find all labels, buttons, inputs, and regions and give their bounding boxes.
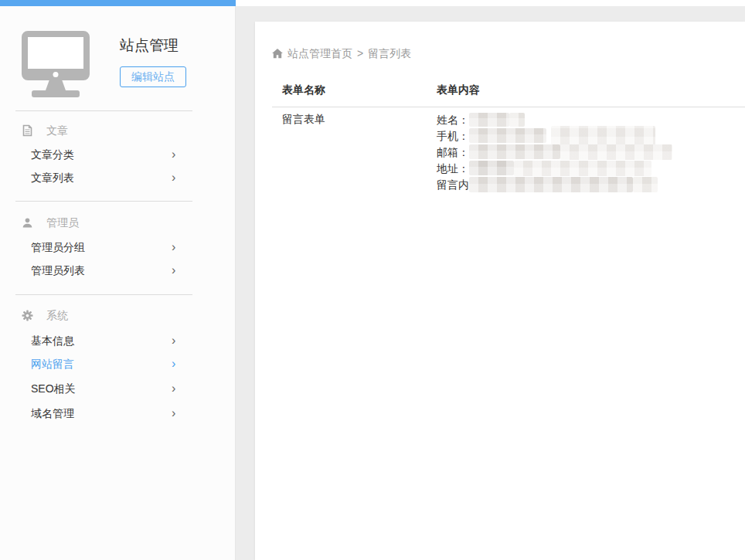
sidebar-section-system: 系统 <box>22 307 68 323</box>
chevron-right-icon: › <box>172 239 175 254</box>
field-label: 手机： <box>437 130 469 142</box>
field-line-message: 留言内 <box>437 177 672 193</box>
sidebar-item-site-messages[interactable]: 网站留言 › <box>31 356 193 372</box>
field-label: 姓名： <box>437 114 469 126</box>
redacted-value <box>560 144 672 160</box>
monitor-icon <box>22 29 90 100</box>
main-area: 站点管理首页>留言列表 表单名称 表单内容 留言表单 姓名： 手机： 邮箱： 地… <box>236 6 745 560</box>
chevron-right-icon: › <box>172 356 175 371</box>
redacted-value <box>469 161 514 175</box>
sidebar-item-label: 网站留言 <box>31 358 74 370</box>
sidebar-section-admin: 管理员 <box>22 215 79 230</box>
sidebar-item-label: 管理员列表 <box>31 264 85 277</box>
redacted-value <box>514 161 651 176</box>
admin-icon <box>22 217 33 232</box>
divider <box>15 201 192 202</box>
sidebar-item-basic-info[interactable]: 基本信息 › <box>31 333 193 348</box>
sidebar: 站点管理 编辑站点 文章 文章分类 › 文章列表 › 管理员 管理员分组 › 管… <box>0 6 236 560</box>
sidebar-item-admin-group[interactable]: 管理员分组 › <box>31 239 193 255</box>
table-header-form-content: 表单内容 <box>437 83 480 97</box>
sidebar-item-label: 域名管理 <box>31 407 74 419</box>
sidebar-item-article-list[interactable]: 文章列表 › <box>31 170 193 185</box>
redacted-value <box>633 177 658 192</box>
divider <box>15 294 192 295</box>
redacted-value <box>469 177 633 192</box>
edit-site-button[interactable]: 编辑站点 <box>120 66 186 87</box>
redacted-value <box>509 113 525 127</box>
chevron-right-icon: › <box>172 147 175 161</box>
redacted-value <box>551 126 655 145</box>
breadcrumb-home-link[interactable]: 站点管理首页 <box>287 47 352 59</box>
field-line-email: 邮箱： <box>437 144 672 161</box>
home-icon <box>272 49 283 59</box>
sidebar-item-label: SEO相关 <box>31 382 76 395</box>
sidebar-item-label: 基本信息 <box>31 334 74 347</box>
page-title: 站点管理 <box>120 36 179 56</box>
field-line-phone: 手机： <box>437 128 672 144</box>
content-panel: 站点管理首页>留言列表 表单名称 表单内容 留言表单 姓名： 手机： 邮箱： 地… <box>255 22 745 560</box>
redacted-value <box>469 113 509 127</box>
sidebar-section-label: 文章 <box>46 124 68 137</box>
topbar-accent <box>0 0 236 6</box>
field-label: 邮箱： <box>437 146 469 158</box>
sidebar-section-label: 系统 <box>46 309 68 321</box>
table-header-form-name: 表单名称 <box>282 83 325 97</box>
chevron-right-icon: › <box>172 263 175 277</box>
field-line-address: 地址： <box>437 161 672 177</box>
table-row-content: 姓名： 手机： 邮箱： 地址： 留言内 <box>437 112 672 193</box>
field-label: 留言内 <box>437 178 469 191</box>
redacted-value <box>469 144 560 159</box>
chevron-right-icon: › <box>172 170 175 185</box>
sidebar-section-label: 管理员 <box>46 216 79 229</box>
divider <box>15 110 192 111</box>
breadcrumb-separator: > <box>357 47 363 59</box>
chevron-right-icon: › <box>172 333 175 348</box>
article-icon <box>22 124 33 141</box>
table-header-divider <box>272 107 745 107</box>
sidebar-item-article-category[interactable]: 文章分类 › <box>31 147 193 162</box>
sidebar-item-label: 文章分类 <box>31 148 74 161</box>
sidebar-item-admin-list[interactable]: 管理员列表 › <box>31 263 193 278</box>
sidebar-section-article: 文章 <box>22 123 68 138</box>
table-row-name: 留言表单 <box>282 113 325 127</box>
breadcrumb-current: 留言列表 <box>368 47 411 59</box>
breadcrumb: 站点管理首页>留言列表 <box>272 46 411 61</box>
sidebar-item-domain[interactable]: 域名管理 › <box>31 406 193 421</box>
sidebar-item-label: 文章列表 <box>31 171 74 184</box>
chevron-right-icon: › <box>172 406 175 420</box>
sidebar-item-seo[interactable]: SEO相关 › <box>31 381 193 396</box>
gear-icon <box>22 310 33 325</box>
sidebar-item-label: 管理员分组 <box>31 241 85 253</box>
field-label: 地址： <box>437 162 469 175</box>
redacted-value <box>469 128 546 143</box>
chevron-right-icon: › <box>172 381 175 395</box>
